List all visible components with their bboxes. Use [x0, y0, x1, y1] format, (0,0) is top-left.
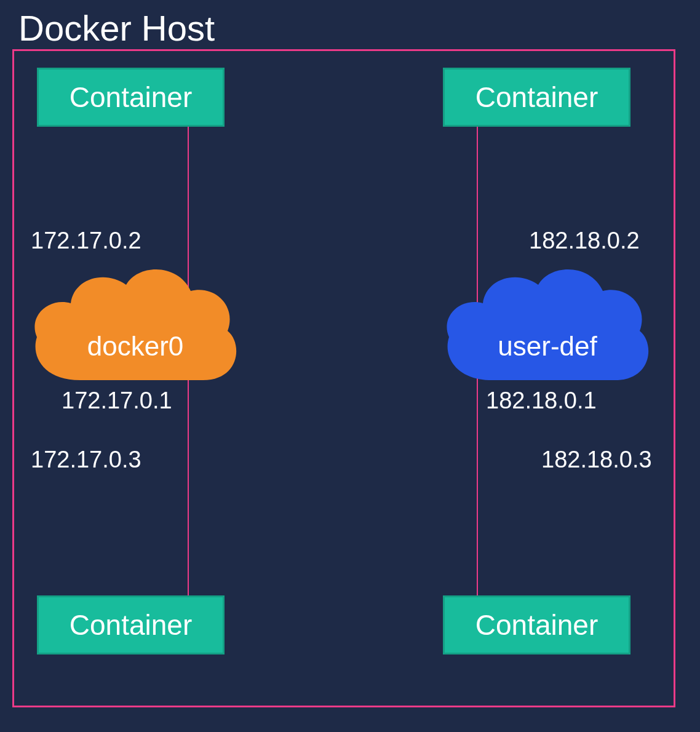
- cloud-icon: [31, 257, 240, 386]
- container-box-bottom-right: Container: [443, 595, 630, 654]
- network-label-left: docker0: [31, 331, 240, 362]
- ip-right-top: 182.18.0.2: [529, 228, 640, 254]
- ip-left-gateway: 172.17.0.1: [62, 388, 172, 414]
- cloud-userdef: user-def: [443, 257, 652, 386]
- container-box-top-right: Container: [443, 68, 630, 127]
- cloud-icon: [443, 257, 652, 386]
- host-title: Docker Host: [18, 7, 215, 49]
- cloud-docker0: docker0: [31, 257, 240, 386]
- ip-left-top: 172.17.0.2: [31, 228, 141, 254]
- network-label-right: user-def: [443, 331, 652, 362]
- ip-right-gateway: 182.18.0.1: [486, 388, 597, 414]
- container-box-bottom-left: Container: [37, 595, 225, 654]
- container-box-top-left: Container: [37, 68, 225, 127]
- ip-right-bottom: 182.18.0.3: [541, 447, 652, 473]
- ip-left-bottom: 172.17.0.3: [31, 447, 141, 473]
